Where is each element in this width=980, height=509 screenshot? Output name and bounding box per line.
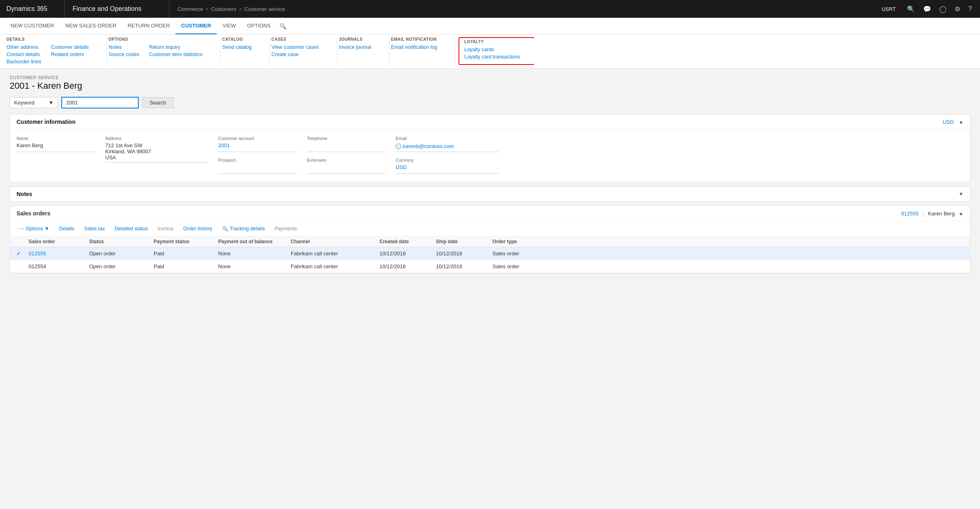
help-icon[interactable]: ?: [965, 3, 975, 15]
ribbon-item-send-catalog[interactable]: Send catalog: [222, 44, 252, 50]
currency-value[interactable]: USD: [396, 164, 499, 174]
ribbon-item-related-orders[interactable]: Related orders: [51, 51, 89, 58]
user-icon[interactable]: ◯: [936, 3, 950, 15]
ribbon-item-loyalty-cards[interactable]: Loyalty cards: [464, 46, 520, 53]
toolbar-details[interactable]: Details: [56, 225, 77, 233]
breadcrumb-sep1: >: [206, 6, 209, 12]
name-value: Karen Berg: [17, 142, 96, 152]
ribbon-item-customer-item-statistics[interactable]: Customer item statistics: [149, 51, 202, 58]
ribbon-item-loyalty-card-transactions[interactable]: Loyalty card transactions: [464, 54, 520, 60]
search-button-label: Search: [150, 100, 166, 106]
breadcrumb-customerservice[interactable]: Customer service: [244, 6, 285, 12]
ribbon-item-return-inquiry[interactable]: Return inquiry: [149, 44, 202, 50]
toolbar-order-history[interactable]: Order history: [181, 225, 215, 233]
collapse-icon[interactable]: ▲: [959, 119, 963, 125]
tab-customer[interactable]: CUSTOMER: [175, 18, 217, 34]
ribbon-item-email-notification-log[interactable]: Email notification log: [391, 44, 438, 50]
ribbon-group-loyalty: LOYALTY Loyalty cards Loyalty card trans…: [459, 37, 534, 65]
sales-order-id-link[interactable]: 012555: [901, 211, 919, 217]
ribbon-item-view-customer-cases[interactable]: View customer cases: [271, 44, 319, 50]
cases-group-items: View customer cases Create case: [271, 44, 329, 58]
breadcrumb-customers[interactable]: Customers: [211, 6, 236, 12]
toolbar-options[interactable]: ⋯ Options ▼: [17, 224, 52, 233]
row1-order-type: Sales order: [492, 250, 557, 257]
ribbon-item-source-codes[interactable]: Source codes: [108, 51, 139, 58]
dynamics365-label: Dynamics 365: [6, 5, 47, 13]
telephone-label: Telephone: [307, 136, 386, 141]
col-order-type[interactable]: Order type: [492, 239, 557, 244]
row2-status: Open order: [89, 263, 154, 269]
tab-new-sales-order[interactable]: New sales order: [60, 18, 122, 34]
loyalty-group-items: Loyalty cards Loyalty card transactions: [464, 46, 530, 60]
row2-payment-status: Paid: [154, 263, 218, 269]
search-type-dropdown[interactable]: Keyword ▼: [10, 97, 58, 108]
search-button[interactable]: Search: [142, 97, 174, 108]
ribbon-item-notes[interactable]: Notes: [108, 44, 139, 50]
notes-header[interactable]: Notes ▼: [10, 187, 970, 201]
ribbon-content: DETAILS Other address Contact details Ba…: [0, 35, 980, 68]
details-col1: Other address Contact details Backorder …: [6, 44, 41, 65]
row2-ship-date: 10/12/2018: [436, 263, 492, 269]
row2-sales-order[interactable]: 012554: [29, 263, 89, 269]
chat-icon[interactable]: 💬: [920, 3, 934, 15]
toolbar-detailed-status[interactable]: Detailed status: [112, 225, 150, 233]
toolbar-invoice[interactable]: Invoice: [155, 225, 176, 233]
ribbon-search-icon[interactable]: 🔍: [279, 23, 286, 29]
dynamics365-logo[interactable]: Dynamics 365: [0, 0, 65, 18]
col-status[interactable]: Status: [89, 239, 154, 244]
row1-sales-order[interactable]: 012555: [29, 250, 89, 257]
address-value: 712 1st Ave SW Kirkland, WA 98007 USA: [105, 142, 209, 163]
tab-options[interactable]: OPTIONS: [242, 18, 277, 34]
ribbon-item-invoice-journal[interactable]: Invoice journal: [339, 44, 371, 50]
col-payment-balance[interactable]: Payment out of balance: [218, 239, 291, 244]
ribbon-item-contact-details[interactable]: Contact details: [6, 51, 41, 58]
orders-table-header: Sales order Status Payment status Paymen…: [10, 236, 970, 247]
email-notification-col1: Email notification log: [391, 44, 438, 50]
table-row[interactable]: 012554 Open order Paid None Fabrikam cal…: [10, 260, 970, 273]
sales-orders-collapse-icon[interactable]: ▲: [959, 211, 963, 216]
currency-link[interactable]: USD: [943, 119, 954, 125]
customer-account-value[interactable]: 2001: [218, 142, 297, 152]
row1-created-date: 10/12/2018: [379, 250, 436, 257]
settings-icon[interactable]: ⚙: [951, 3, 963, 15]
tab-new-customer[interactable]: New customer: [5, 18, 60, 34]
ribbon-item-customer-details[interactable]: Customer details: [51, 44, 89, 50]
ribbon-item-other-address[interactable]: Other address: [6, 44, 41, 50]
table-row[interactable]: ✓ 012555 Open order Paid None Fabrikam c…: [10, 247, 970, 260]
col-check: [17, 239, 29, 244]
catalog-col1: Send catalog: [222, 44, 252, 50]
ribbon-tabs: New customer New sales order Return orde…: [0, 18, 980, 35]
tab-return-order[interactable]: Return order: [122, 18, 176, 34]
col-created-date[interactable]: Created date: [379, 239, 436, 244]
tracking-label: Tracking details: [230, 226, 265, 232]
ribbon-item-backorder-lines[interactable]: Backorder lines: [6, 58, 41, 65]
breadcrumb-commerce[interactable]: Commerce: [177, 6, 203, 12]
search-type-value: Keyword: [14, 100, 35, 106]
tab-view[interactable]: VIEW: [217, 18, 241, 34]
email-address[interactable]: karenb@contoso.com: [403, 143, 454, 149]
notes-collapse-icon[interactable]: ▼: [959, 191, 963, 197]
sales-orders-header: Sales orders 012555 | Karen Berg ▲: [10, 206, 970, 221]
ribbon-item-create-case[interactable]: Create case: [271, 51, 319, 58]
email-notification-group-title: EMAIL NOTIFICATION: [391, 37, 447, 42]
row1-payment-balance: None: [218, 250, 291, 257]
app-name[interactable]: Finance and Operations: [65, 0, 169, 18]
toolbar-payments[interactable]: Payments: [272, 225, 300, 233]
col-ship-date[interactable]: Ship date: [436, 239, 492, 244]
extension-value: [307, 164, 386, 174]
search-icon[interactable]: 🔍: [904, 3, 918, 15]
search-input[interactable]: [61, 97, 139, 108]
catalog-group-title: CATALOG: [222, 37, 261, 42]
ribbon-group-options: OPTIONS Notes Source codes Return inquir…: [107, 37, 221, 65]
toolbar-tracking-details[interactable]: 🔍 Tracking details: [220, 225, 267, 233]
toolbar-sales-tax[interactable]: Sales tax: [82, 225, 107, 233]
col-sales-order[interactable]: Sales order: [29, 239, 89, 244]
ribbon-group-catalog: CATALOG Send catalog: [221, 37, 270, 65]
customer-info-header[interactable]: Customer information USD ▲: [10, 115, 970, 129]
name-label: Name: [17, 136, 96, 141]
col-payment-status[interactable]: Payment status: [154, 239, 218, 244]
sales-orders-title: Sales orders: [17, 210, 50, 217]
page-content: CUSTOMER SERVICE 2001 - Karen Berg Keywo…: [0, 69, 980, 284]
col-channel[interactable]: Channel: [291, 239, 379, 244]
cases-group-title: CASES: [271, 37, 329, 42]
